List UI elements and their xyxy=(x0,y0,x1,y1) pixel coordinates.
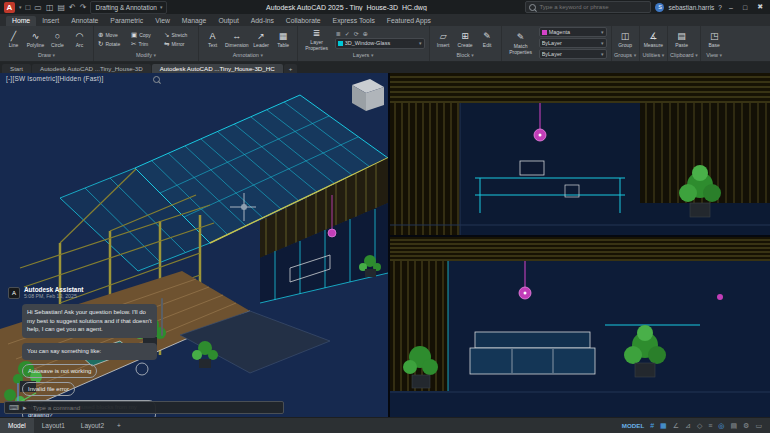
search-input[interactable] xyxy=(539,4,647,10)
maximize-button[interactable]: □ xyxy=(740,4,750,11)
ribbon-button[interactable]: ◫Group xyxy=(616,31,635,48)
viewport-controls-label[interactable]: [-][SW Isometric][Hidden (Fast)] xyxy=(6,75,103,82)
layer-dropdown[interactable]: 3D_Window-Glass ▾ xyxy=(335,38,425,49)
qat-icon[interactable]: ▭ xyxy=(34,2,42,13)
ribbon-button[interactable]: ✎Edit xyxy=(478,31,497,48)
ribbon-button[interactable]: ▣Copy xyxy=(131,31,161,39)
ribbon-tab[interactable]: Home xyxy=(6,16,36,26)
status-toggle-icon[interactable]: ▤ xyxy=(730,422,737,430)
ribbon-button[interactable]: ↔Dimension xyxy=(225,31,249,48)
ribbon-button[interactable]: ▱Insert xyxy=(434,31,453,48)
ribbon-tab[interactable]: Annotate xyxy=(65,16,104,26)
layout-tab[interactable]: Layout2 xyxy=(73,418,112,433)
ribbon-button[interactable]: ⇋Mirror xyxy=(164,40,194,48)
ribbon-button[interactable]: ✂Trim xyxy=(131,40,161,48)
new-drawing-tab-button[interactable]: + xyxy=(284,64,298,73)
model-space-indicator[interactable]: MODEL xyxy=(616,418,650,433)
ribbon-panel-utilities: ∡Measure Utilities ▾ xyxy=(640,26,668,61)
linetype-dropdown[interactable]: ByLayer ▾ xyxy=(539,38,607,48)
workspace-dropdown[interactable]: Drafting & Annotation ▾ xyxy=(90,1,167,14)
ribbon-tab[interactable]: View xyxy=(149,16,176,26)
chevron-down-icon: ▾ xyxy=(601,40,604,46)
layer-tool-icon[interactable]: ≣ xyxy=(336,30,341,37)
file-tab[interactable]: Start xyxy=(2,64,31,73)
ribbon-button[interactable]: ◳Base xyxy=(705,31,724,48)
ribbon-button[interactable]: AText xyxy=(203,31,222,48)
ribbon-tab[interactable]: Express Tools xyxy=(327,16,381,26)
ribbon-button[interactable]: ↗Leader xyxy=(252,31,271,48)
ribbon-button[interactable]: ▦Table xyxy=(274,31,293,48)
layer-tool-icon[interactable]: ⟳ xyxy=(354,30,359,37)
app-menu-caret-icon[interactable]: ▾ xyxy=(19,4,22,10)
ribbon-panel-view: ◳Base View ▾ xyxy=(701,26,728,61)
ribbon-button[interactable]: ↻Rotate xyxy=(98,40,128,48)
ribbon-tab[interactable]: Featured Apps xyxy=(381,16,437,26)
viewport-interior-top[interactable] xyxy=(390,73,770,235)
chevron-down-icon: ▾ xyxy=(471,52,474,58)
qat-icon[interactable]: ↷ xyxy=(80,2,87,13)
color-dropdown[interactable]: Magenta ▾ xyxy=(539,27,607,37)
status-toggle-icon[interactable]: ≡ xyxy=(708,422,712,429)
ribbon-button[interactable]: ╱Line xyxy=(4,31,23,48)
layout-tab[interactable]: Layout1 xyxy=(34,418,73,433)
avatar[interactable]: S xyxy=(655,3,664,12)
suggestion-chip[interactable]: Invalid file error xyxy=(22,382,75,396)
ribbon-button[interactable]: ↘Stretch xyxy=(164,31,194,39)
match-properties-button[interactable]: ✎ Match Properties xyxy=(506,32,536,55)
ribbon-tab[interactable]: Output xyxy=(212,16,244,26)
ribbon-panel-block: ▱Insert⊞Create✎Edit Block ▾ xyxy=(430,26,502,61)
qat-icon[interactable]: □ xyxy=(26,2,31,13)
ribbon-button[interactable]: ∡Measure xyxy=(644,31,663,48)
viewport-interior-bottom[interactable] xyxy=(390,237,770,417)
ribbon-tab[interactable]: Add-ins xyxy=(245,16,280,26)
qat-icon[interactable]: ◫ xyxy=(46,2,54,13)
ribbon-panel-groups: ◫Group Groups ▾ xyxy=(612,26,640,61)
tool-icon: ↔ xyxy=(232,31,241,41)
ribbon-button[interactable]: ∿Polyline xyxy=(26,31,45,48)
search-icon xyxy=(529,4,536,11)
command-input[interactable] xyxy=(31,403,279,412)
suggestion-chip[interactable]: Autosave is not working xyxy=(22,364,97,378)
layer-tool-icon[interactable]: ✓ xyxy=(345,30,350,37)
status-toggle-icon[interactable]: # xyxy=(650,422,654,429)
ribbon-button[interactable]: ○Circle xyxy=(48,31,67,48)
qat-icon[interactable]: ▤ xyxy=(57,2,65,13)
close-button[interactable]: ✖ xyxy=(754,3,766,11)
ribbon-button[interactable]: ⊞Create xyxy=(456,31,475,48)
ribbon-tab[interactable]: Manage xyxy=(176,16,213,26)
help-icon[interactable]: ? xyxy=(718,4,722,11)
layer-tool-icon[interactable]: ⊕ xyxy=(363,30,368,37)
command-line[interactable]: ⌨ ▸ xyxy=(4,401,284,414)
ribbon-tab[interactable]: Parametric xyxy=(104,16,149,26)
layout-tab[interactable]: Model xyxy=(0,418,34,433)
minimize-button[interactable]: – xyxy=(726,4,736,11)
lineweight-dropdown[interactable]: ByLayer ▾ xyxy=(539,49,607,59)
assistant-scrollbar[interactable] xyxy=(161,298,163,336)
status-toggle-icon[interactable]: ⊿ xyxy=(685,422,691,430)
signed-in-user[interactable]: sebastian.harris xyxy=(668,4,714,11)
tool-icon: ▦ xyxy=(279,31,288,41)
search-box[interactable] xyxy=(525,1,651,13)
file-tab[interactable]: Autodesk AutoCAD ...Tiny_House-3D xyxy=(32,64,151,73)
new-layout-button[interactable]: + xyxy=(112,418,126,433)
ribbon-button[interactable]: ◠Arc xyxy=(70,31,89,48)
tool-icon: ○ xyxy=(55,31,60,41)
autocad-logo-icon[interactable]: A xyxy=(4,2,15,13)
qat-icon[interactable]: ↶ xyxy=(69,2,76,13)
status-toggle-icon[interactable]: ◎ xyxy=(718,422,724,430)
ribbon-tab[interactable]: Insert xyxy=(36,16,65,26)
status-bar: ModelLayout1Layout2 + MODEL #▦∠⊿◇≡◎▤⚙▭ xyxy=(0,417,770,433)
chevron-down-icon: ▾ xyxy=(695,52,698,58)
status-toggle-icon[interactable]: ∠ xyxy=(673,422,679,430)
status-toggle-icon[interactable]: ⚙ xyxy=(743,422,749,430)
status-toggle-icon[interactable]: ▦ xyxy=(660,422,667,430)
assistant-avatar: A xyxy=(8,287,20,299)
ribbon-button[interactable]: ▤Paste xyxy=(672,31,691,48)
layer-properties-button[interactable]: ≣ Layer Properties xyxy=(302,28,332,51)
status-toggle-icon[interactable]: ◇ xyxy=(697,422,702,430)
ribbon-tab[interactable]: Collaborate xyxy=(280,16,327,26)
status-toggle-icon[interactable]: ▭ xyxy=(755,422,762,430)
ribbon-button[interactable]: ⊕Move xyxy=(98,31,128,39)
color-swatch xyxy=(542,30,547,35)
file-tab[interactable]: Autodesk AutoCAD ...Tiny_House-3D_HC xyxy=(152,64,283,73)
